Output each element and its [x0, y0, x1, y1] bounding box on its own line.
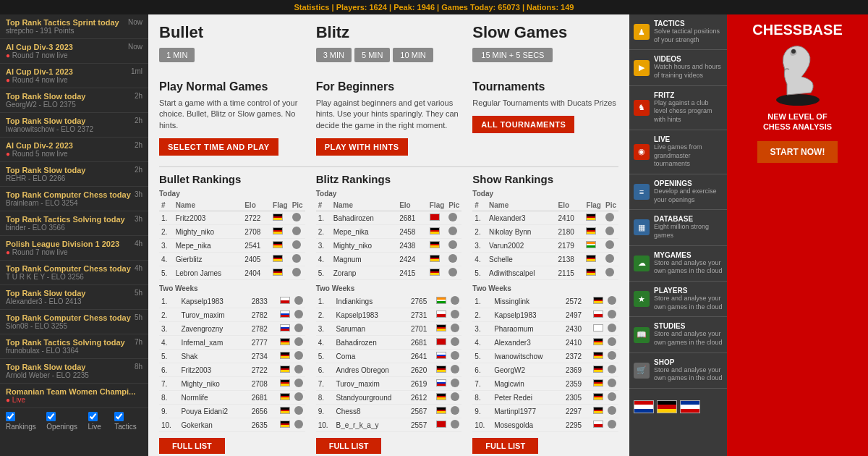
table-row: 1. Fritz2003 2722	[159, 211, 305, 225]
chessbase-tagline: NEW LEVEL OFCHESS ANALYSIS	[763, 111, 832, 132]
sidebar-item-7[interactable]: 3hTop Rank Computer Chess todayBrainlear…	[0, 187, 148, 211]
slow-action-btn[interactable]: ALL TOURNAMENTS	[472, 116, 574, 133]
table-row: 2. Mepe_nika 2458	[316, 225, 462, 239]
table-row: 3. Varun2002 2179	[472, 239, 618, 253]
sidebar-item-5[interactable]: 2hAI Cup Div-2 2023● Round 5 now live	[0, 138, 148, 162]
slow-rankings-content-twoweeks-label: Two Weeks	[472, 284, 618, 292]
blitz-action-btn[interactable]: PLAY WITH HINTS	[316, 138, 408, 156]
filter-live[interactable]: Live	[88, 412, 109, 431]
players-icon: ★	[634, 291, 650, 307]
openings-icon: ≡	[634, 184, 650, 200]
right-menu-tactics[interactable]: ♟ TACTICS Solve tactical positions of yo…	[629, 14, 727, 50]
slow-full-list-btn[interactable]: FULL LIST	[472, 438, 538, 454]
sidebar-item-6[interactable]: 2hTop Rank Slow todayREHR - ELO 2266	[0, 162, 148, 187]
table-row: 10. Gokerkan 2635	[159, 418, 305, 432]
table-row: 10. B_e_r_k_a_y 2557	[316, 418, 462, 432]
bullet-section: Bullet 1 MIN	[159, 23, 305, 69]
table-row: 1. Bahadirozen 2681	[316, 211, 462, 225]
blitz-ranking-title: Blitz Rankings	[316, 173, 462, 185]
table-row: 5. Adiwithscalpel 2115	[472, 266, 618, 280]
bullet-rankings-content-twoweeks-table: 1. Kapselp1983 2833 2. Turov_maxim 2782 …	[159, 295, 305, 432]
sidebar-item-3[interactable]: 2hTop Rank Slow todayGeorgW2 - ELO 2375	[0, 88, 148, 113]
right-menu-openings[interactable]: ≡ OPENINGS Develop and exercise your ope…	[629, 174, 727, 210]
bullet-desc-section: Play Normal Games Start a game with a ti…	[159, 80, 305, 156]
sidebar-item-4[interactable]: 2hTop Rank Slow todayIwanowitschow - ELO…	[0, 113, 148, 138]
bullet-rankings-content-today-label: Today	[159, 190, 305, 198]
table-row: 2. Mighty_niko 2708	[159, 225, 305, 239]
sidebar-item-2[interactable]: 1mlAI Cup Div-1 2023● Round 4 now live	[0, 64, 148, 88]
center-content: Bullet 1 MIN Blitz 3 MIN 5 MIN 10 MIN Sl…	[148, 14, 629, 456]
right-menu-shop[interactable]: 🛒 SHOP Store and analyse your own games …	[629, 353, 727, 389]
sidebar-item-13[interactable]: 7hTop Rank Tactics Solving todayfrunobul…	[0, 334, 148, 359]
blitz-3min-btn[interactable]: 3 MIN	[316, 48, 352, 62]
table-row: 7. Mighty_niko 2708	[159, 377, 305, 391]
table-row: 4. Infernal_xam 2777	[159, 336, 305, 350]
bullet-full-list-btn[interactable]: FULL LIST	[159, 438, 225, 454]
right-menu-players[interactable]: ★ PLAYERS Store and analyse your own gam…	[629, 282, 727, 317]
table-row: 3. Pharaomum 2430	[472, 322, 618, 336]
filter-rankings[interactable]: Rankings	[6, 412, 41, 431]
table-row: 6. GeorgW2 2369	[472, 363, 618, 377]
bullet-time-buttons: 1 MIN	[159, 48, 305, 62]
blitz-rankings: Blitz Rankings Today # Name Elo Flag Pic…	[316, 173, 462, 454]
blitz-5min-btn[interactable]: 5 MIN	[354, 48, 390, 62]
blitz-desc: Play against beginners and get various h…	[316, 98, 462, 131]
right-menu-live[interactable]: ◉ LIVE Live games from grandmaster tourn…	[629, 130, 727, 174]
table-row: 3. Mighty_niko 2438	[316, 239, 462, 253]
blitz-section-header: Blitz 3 MIN 5 MIN 10 MIN	[316, 23, 462, 69]
game-descs-row: Play Normal Games Start a game with a ti…	[159, 80, 618, 156]
chessbase-cta-btn[interactable]: START NOW!	[757, 141, 838, 163]
right-menu-database[interactable]: ▦ DATABASE Eight million strong games	[629, 210, 727, 245]
filter-openings[interactable]: Openings	[46, 412, 82, 431]
right-menu-videos[interactable]: ▶ VIDEOS Watch hours and hours of traini…	[629, 50, 727, 85]
table-row: 5. Zoranp 2415	[316, 266, 462, 280]
language-flags	[629, 394, 727, 419]
game-types-row: Bullet 1 MIN Blitz 3 MIN 5 MIN 10 MIN Sl…	[159, 23, 618, 69]
table-row: 9. Pouya Eidani2 2656	[159, 405, 305, 418]
slow-15min-btn[interactable]: 15 MIN + 5 SECS	[472, 48, 553, 62]
sidebar-item-8[interactable]: 3hTop Rank Tactics Solving todaybinder -…	[0, 211, 148, 236]
sidebar-item-1[interactable]: NowAI Cup Div-3 2023● Round 7 now live	[0, 39, 148, 64]
sidebar-item-10[interactable]: 4hTop Rank Computer Chess todayT U R K E…	[0, 261, 148, 285]
sidebar-footer: Rankings Openings Live Tactics	[0, 408, 148, 434]
sidebar-item-15[interactable]: Romanian Team Women Champi...● Live	[0, 384, 148, 408]
lang-flag-fr[interactable]	[680, 400, 700, 413]
bullet-action-btn[interactable]: SELECT TIME AND PLAY	[159, 138, 278, 156]
lang-flag-en[interactable]	[634, 400, 654, 413]
rankings-row: Bullet Rankings Today # Name Elo Flag Pi…	[159, 173, 618, 454]
slow-games-section-header: Slow Games 15 MIN + 5 SECS	[472, 23, 618, 69]
bullet-desc: Start a game with a time control of your…	[159, 98, 305, 131]
studies-icon: 📖	[634, 327, 650, 343]
sidebar-item-14[interactable]: 8hTop Rank Slow todayArnold Weber - ELO …	[0, 359, 148, 384]
sidebar-item-12[interactable]: 5hTop Rank Computer Chess todaySion08 - …	[0, 310, 148, 334]
slow-rankings-content-twoweeks-table: 1. Missinglink 2572 2. Kapselp1983 2497 …	[472, 295, 618, 432]
table-row: 1. Missinglink 2572	[472, 295, 618, 308]
slow-rankings-content: Today # Name Elo Flag Pic 1. Alexander3 …	[472, 190, 618, 432]
sidebar-item-0[interactable]: NowTop Rank Tactics Sprint todaystrepcho…	[0, 14, 148, 39]
live-icon: ◉	[634, 144, 650, 160]
right-menu-items: ♟ TACTICS Solve tactical positions of yo…	[629, 14, 727, 389]
sidebar-item-9[interactable]: 4hPolish League Division 1 2023● Round 7…	[0, 236, 148, 261]
right-menu-mygames[interactable]: ☁ MYGAMES Store and analyse your own gam…	[629, 246, 727, 282]
table-row: 5. Lebron James 2404	[159, 266, 305, 280]
blitz-10min-btn[interactable]: 10 MIN	[393, 48, 433, 62]
bullet-ranking-title: Bullet Rankings	[159, 173, 305, 185]
filter-tactics[interactable]: Tactics	[114, 412, 142, 431]
table-row: 8. Normlife 2681	[159, 391, 305, 405]
blitz-time-buttons: 3 MIN 5 MIN 10 MIN	[316, 48, 462, 62]
bullet-1min-btn[interactable]: 1 MIN	[159, 48, 195, 62]
slow-ranking-title: Show Rankings	[472, 173, 618, 185]
stats-text: | Players: 1624 | Peak: 1946 | Games Tod…	[332, 3, 574, 12]
sidebar-items-container: NowTop Rank Tactics Sprint todaystrepcho…	[0, 14, 148, 408]
blitz-rankings-content-twoweeks-label: Two Weeks	[316, 284, 462, 292]
blitz-full-list-btn[interactable]: FULL LIST	[316, 438, 382, 454]
table-row: 8. Standyourground 2612	[316, 391, 462, 405]
table-row: 1. Alexander3 2410	[472, 211, 618, 225]
lang-flag-de[interactable]	[657, 400, 677, 413]
right-menu-studies[interactable]: 📖 STUDIES Store and analyse your own gam…	[629, 317, 727, 352]
table-row: 6. Fritz2003 2722	[159, 363, 305, 377]
sidebar-item-11[interactable]: 5hTop Rank Slow todayAlexander3 - ELO 24…	[0, 285, 148, 310]
table-row: 2. Kapselp1983 2497	[472, 308, 618, 322]
bullet-rankings: Bullet Rankings Today # Name Elo Flag Pi…	[159, 173, 305, 454]
right-menu-fritz[interactable]: ♞ FRITZ Play against a club level chess …	[629, 86, 727, 130]
